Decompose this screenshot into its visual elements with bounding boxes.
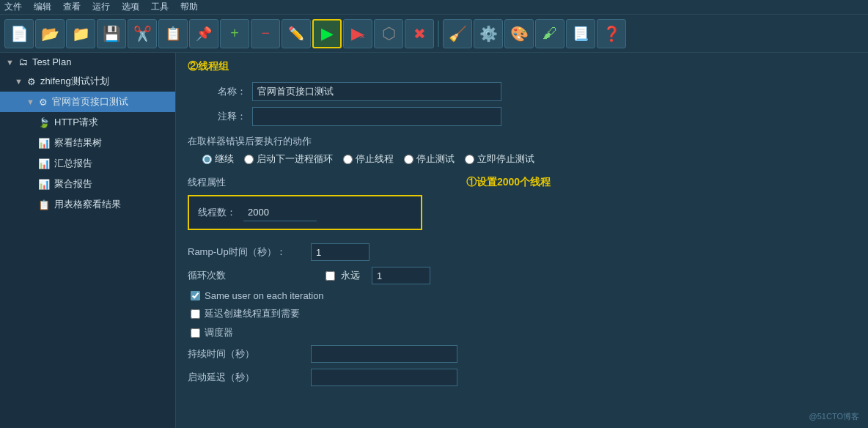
tool-icon: ⚙️ [479, 25, 498, 43]
toolbar: 📄 📂 📁 💾 ✂️ 📋 📌 + − ✏️ ▶ ▶ ✕ ⬡ ✖ 🧹 ⚙️ [0, 15, 868, 53]
help-button[interactable]: ❓ [597, 19, 626, 48]
paste-button[interactable]: 📌 [189, 19, 218, 48]
loop-count-input[interactable] [372, 267, 430, 284]
sidebar-item-test-plan[interactable]: ▼ 🗂 Test Plan [0, 53, 175, 71]
new-icon: 📄 [10, 25, 29, 43]
startup-delay-row: 启动延迟（秒） [188, 369, 856, 386]
play-button[interactable]: ▶ [312, 19, 342, 48]
scheduler-label[interactable]: 调度器 [205, 326, 233, 339]
menu-file[interactable]: 文件 [3, 1, 23, 13]
open2-button[interactable]: 📁 [66, 19, 95, 48]
save-button[interactable]: 💾 [97, 19, 126, 48]
broom-button[interactable]: 🧹 [443, 19, 472, 48]
thread-count-input[interactable] [243, 204, 317, 221]
same-user-label[interactable]: Same user on each iteration [205, 290, 324, 301]
open-icon: 📂 [41, 25, 59, 43]
play-stop-button[interactable]: ▶ ✕ [343, 19, 372, 48]
loop-label: 循环次数 [188, 269, 305, 282]
delay-create-label[interactable]: 延迟创建线程直到需要 [205, 307, 300, 320]
name-input[interactable] [252, 82, 501, 101]
cut-icon: ✂️ [133, 25, 152, 43]
pencil-icon: ✏️ [288, 26, 304, 42]
add-button[interactable]: + [220, 19, 249, 48]
list-icon: 📃 [573, 26, 589, 42]
cut-button[interactable]: ✂️ [128, 19, 157, 48]
rampup-row: Ramp-Up时间（秒）： [188, 243, 856, 261]
content-area: ②线程组 名称： 注释： 在取样器错误后要执行的动作 继续 启动下一进程循环 [176, 53, 868, 428]
help-icon: ❓ [603, 25, 621, 43]
duration-input[interactable] [311, 345, 457, 363]
radio-next-loop-label: 启动下一进程循环 [257, 152, 333, 166]
radio-stop-test-now[interactable]: 立即停止测试 [465, 152, 534, 166]
palette-button[interactable]: 🎨 [504, 19, 534, 48]
sidebar-item-guanwang[interactable]: ▼ ⚙ 官网首页接口测试 [0, 92, 175, 112]
radio-stop-thread[interactable]: 停止线程 [343, 152, 394, 166]
pencil-button[interactable]: ✏️ [282, 19, 311, 48]
startup-delay-input[interactable] [311, 369, 457, 386]
comment-input[interactable] [252, 107, 501, 126]
radio-stop-test-label: 停止测试 [416, 152, 455, 166]
callout-thread-count: ①设置2000个线程 [466, 176, 551, 189]
radio-continue[interactable]: 继续 [202, 152, 234, 166]
new-button[interactable]: 📄 [4, 19, 34, 48]
name-row: 名称： [188, 82, 856, 101]
menu-options[interactable]: 选项 [120, 1, 141, 13]
forever-checkbox[interactable] [326, 271, 335, 281]
sidebar: ▼ 🗂 Test Plan ▼ ⚙ zhifeng测试计划 ▼ ⚙ 官网首页接口… [0, 53, 176, 428]
comment-label: 注释： [188, 110, 246, 123]
open-button[interactable]: 📂 [35, 19, 65, 48]
radio-stop-test-input[interactable] [404, 155, 413, 164]
menu-edit[interactable]: 编辑 [32, 1, 53, 13]
results-tree-label: 察看结果树 [54, 136, 102, 150]
delay-create-checkbox[interactable] [191, 309, 200, 319]
radio-stop-thread-label: 停止线程 [356, 152, 394, 166]
aggregate-icon: 📊 [38, 179, 50, 190]
menu-view[interactable]: 查看 [62, 1, 82, 13]
sidebar-item-results-tree[interactable]: 📊 察看结果树 [0, 133, 175, 153]
table-results-icon: 📋 [38, 199, 50, 210]
radio-next-loop-input[interactable] [244, 155, 254, 164]
copy-icon: 📋 [165, 26, 181, 42]
thread-count-label: 线程数： [198, 206, 236, 219]
toolbar-separator [438, 21, 439, 47]
list-button[interactable]: 📃 [566, 19, 595, 48]
sidebar-item-zhifeng[interactable]: ▼ ⚙ zhifeng测试计划 [0, 71, 175, 92]
rampup-label: Ramp-Up时间（秒）： [188, 246, 305, 259]
summary-label: 汇总报告 [54, 157, 92, 170]
radio-next-loop[interactable]: 启动下一进程循环 [244, 152, 333, 166]
open2-icon: 📁 [72, 25, 90, 43]
radio-continue-input[interactable] [202, 155, 212, 164]
duration-label: 持续时间（秒） [188, 347, 305, 361]
radio-continue-label: 继续 [215, 152, 234, 166]
sidebar-item-http[interactable]: 🍃 HTTP请求 [0, 112, 175, 133]
menu-tools[interactable]: 工具 [150, 1, 170, 13]
copy-button[interactable]: 📋 [158, 19, 188, 48]
radio-stop-test-now-input[interactable] [465, 155, 474, 164]
guanwang-label: 官网首页接口测试 [52, 95, 128, 108]
thread-props-container: 线程属性 线程数： [188, 176, 422, 237]
palette-icon: 🎨 [510, 25, 529, 43]
menu-help[interactable]: 帮助 [179, 1, 199, 13]
stop-hex-button[interactable]: ⬡ [374, 19, 403, 48]
scheduler-row: 调度器 [188, 326, 856, 339]
sidebar-item-summary[interactable]: 📊 汇总报告 [0, 153, 175, 174]
name-label: 名称： [188, 85, 246, 98]
remove-button[interactable]: − [251, 19, 280, 48]
main-layout: ▼ 🗂 Test Plan ▼ ⚙ zhifeng测试计划 ▼ ⚙ 官网首页接口… [0, 53, 868, 428]
radio-stop-thread-input[interactable] [343, 155, 353, 164]
brush-button[interactable]: 🖌 [535, 19, 564, 48]
same-user-checkbox[interactable] [191, 291, 200, 300]
scheduler-checkbox[interactable] [191, 328, 200, 338]
forever-checkbox-label[interactable]: 永远 [320, 269, 360, 282]
sidebar-item-aggregate[interactable]: 📊 聚合报告 [0, 174, 175, 194]
tool-button[interactable]: ⚙️ [474, 19, 503, 48]
brush-icon: 🖌 [542, 25, 557, 42]
menu-run[interactable]: 运行 [91, 1, 111, 13]
radio-stop-test[interactable]: 停止测试 [404, 152, 455, 166]
add-icon: + [230, 25, 239, 42]
thread-props-title: 线程属性 [188, 176, 422, 189]
rampup-input[interactable] [311, 243, 369, 261]
stop-x-button[interactable]: ✖ [405, 19, 434, 48]
loop-row: 循环次数 永远 [188, 267, 856, 284]
sidebar-item-table-results[interactable]: 📋 用表格察看结果 [0, 194, 175, 215]
